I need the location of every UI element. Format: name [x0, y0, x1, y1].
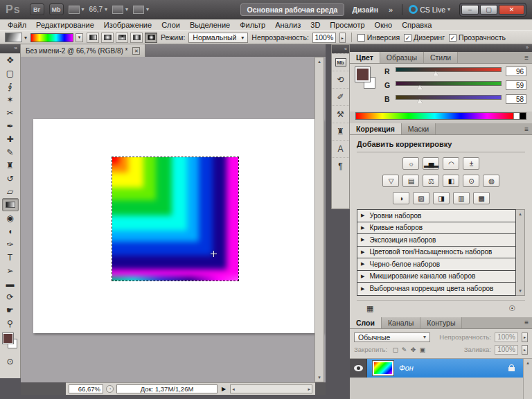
view-extras-button[interactable]: ▾	[69, 6, 85, 14]
dock-collapse-button[interactable]: «	[332, 45, 349, 53]
exposure-icon[interactable]: ±	[463, 157, 479, 170]
layer-row-background[interactable]: Фон	[350, 359, 523, 378]
menu-Справка[interactable]: Справка	[397, 21, 436, 29]
tab-Маски[interactable]: Маски	[402, 123, 436, 134]
tab-Образцы[interactable]: Образцы	[380, 52, 424, 63]
posterize-icon[interactable]: ▧	[413, 192, 429, 204]
rotate-3d-tool[interactable]: ⟳	[2, 290, 19, 303]
minimize-button[interactable]: –	[461, 5, 479, 15]
workspace-active-button[interactable]: Основная рабочая среда	[240, 3, 345, 16]
foreground-color-swatch[interactable]	[3, 333, 13, 344]
tools-collapse-button[interactable]: »	[0, 44, 20, 53]
menu-Просмотр[interactable]: Просмотр	[325, 21, 369, 29]
checkbox-icon[interactable]	[357, 34, 365, 42]
zoom-tool[interactable]: ⚲	[2, 317, 19, 330]
canvas-page[interactable]	[33, 119, 323, 333]
expanded-view-icon[interactable]: ▦	[366, 304, 373, 313]
bridge-button[interactable]: Br	[30, 3, 44, 15]
white-chip[interactable]	[513, 113, 520, 119]
scroll-up-icon[interactable]: ▴	[526, 360, 529, 366]
slider-r[interactable]	[396, 67, 502, 76]
brush-presets-icon[interactable]: ✐	[332, 88, 349, 105]
horizontal-scrollbar[interactable]: ◂ ▸	[230, 384, 312, 393]
slider-track[interactable]	[396, 95, 502, 100]
clip-visibility-icon[interactable]: ☉	[508, 304, 515, 313]
slider-value-input[interactable]: 58	[506, 94, 526, 104]
gradient-tool[interactable]	[2, 198, 19, 211]
scroll-left-icon[interactable]: ◂	[232, 387, 235, 392]
layer-blend-mode-select[interactable]: Обычные▾	[354, 332, 430, 342]
fill-spinner[interactable]: ▸	[522, 345, 528, 355]
tab-Каналы[interactable]: Каналы	[382, 317, 420, 328]
restore-button[interactable]: ▢	[480, 5, 497, 15]
angle-gradient-button[interactable]	[116, 33, 128, 43]
layer-opacity-input[interactable]: 100%	[495, 332, 518, 342]
shape-tool[interactable]: ▬	[2, 277, 19, 290]
scroll-up-icon[interactable]: ▴	[318, 59, 321, 64]
scroll-right-icon[interactable]: ▸	[308, 387, 310, 392]
eraser-tool[interactable]: ▱	[2, 185, 19, 198]
layer-thumbnail[interactable]	[373, 361, 393, 375]
scroll-up-icon[interactable]: ▴	[519, 211, 522, 217]
invert-icon[interactable]: ◑	[393, 192, 409, 204]
checkbox-Инверсия[interactable]: Инверсия	[357, 33, 400, 42]
clone-source-icon[interactable]: ♜	[332, 123, 349, 140]
workspace-more-button[interactable]: »	[386, 6, 396, 14]
lock-all-icon[interactable]: ▣	[418, 346, 427, 353]
paragraph-icon[interactable]: ¶	[332, 157, 349, 175]
cs-live-button[interactable]: CS Live▾	[409, 5, 450, 14]
tab-Коррекция[interactable]: Коррекция	[350, 123, 402, 134]
levels-icon[interactable]: ▂▅▂	[423, 157, 439, 170]
gradient-picker[interactable]: ▾	[30, 33, 83, 42]
selective-color-icon[interactable]: ▩	[473, 192, 490, 204]
reflected-gradient-button[interactable]	[130, 33, 143, 43]
lasso-tool[interactable]: ∮	[2, 80, 19, 93]
slider-track[interactable]	[396, 81, 502, 86]
tab-Слои[interactable]: Слои	[350, 317, 382, 328]
character-icon[interactable]: A	[332, 140, 349, 157]
slider-value-input[interactable]: 59	[506, 80, 526, 90]
crop-tool[interactable]: ✂	[2, 106, 19, 119]
document-tab[interactable]: Без имени-2 @ 66,7% (RGB/8) * ✕	[21, 44, 145, 57]
checkbox-icon[interactable]: ✓	[404, 34, 411, 42]
menu-Анализ[interactable]: Анализ	[270, 21, 305, 29]
preset-Экспозиция наборов[interactable]: ▶Экспозиция наборов	[357, 234, 515, 247]
curves-icon[interactable]: ◠	[443, 157, 459, 170]
radial-gradient-button[interactable]	[101, 33, 114, 43]
tool-preset-picker[interactable]: ▾	[5, 33, 27, 42]
tab-Цвет[interactable]: Цвет	[350, 52, 380, 63]
checkbox-Прозрачность[interactable]: ✓Прозрачность	[449, 33, 506, 42]
resize-grip[interactable]	[315, 382, 326, 395]
preset-Микширование каналов наборов[interactable]: ▶Микширование каналов наборов	[357, 271, 515, 283]
workspace-design-button[interactable]: Дизайн	[349, 6, 381, 14]
quick-mask-button[interactable]: ⊙	[2, 355, 19, 368]
menu-Выделение[interactable]: Выделение	[185, 21, 235, 29]
brightness-contrast-icon[interactable]: ☼	[402, 157, 419, 170]
preset-Черно-белое наборов[interactable]: ▶Черно-белое наборов	[357, 258, 515, 271]
slider-value-input[interactable]: 96	[506, 66, 526, 76]
color-balance-icon[interactable]: ⚖	[423, 175, 439, 187]
threshold-icon[interactable]: ◨	[433, 192, 450, 204]
hue-saturation-icon[interactable]: ▤	[402, 175, 419, 187]
opacity-spinner[interactable]: ▸	[339, 33, 346, 43]
history-brush-tool[interactable]: ↺	[2, 172, 19, 185]
clone-stamp-tool[interactable]: ♜	[2, 159, 19, 172]
brush-tool[interactable]: ✎	[2, 145, 19, 159]
healing-brush-tool[interactable]: ✚	[2, 132, 19, 145]
slider-g[interactable]	[396, 81, 502, 89]
channel-mixer-icon[interactable]: ◍	[483, 175, 499, 187]
scroll-down-icon[interactable]: ▾	[318, 375, 321, 380]
vibrance-icon[interactable]: ▽	[382, 175, 399, 187]
tool-presets-icon[interactable]: ⚒	[332, 105, 349, 123]
mini-bridge-icon[interactable]: Mb	[332, 53, 349, 71]
lock-position-icon[interactable]: ✥	[409, 346, 418, 353]
status-flyout-button[interactable]: ▶	[220, 386, 227, 392]
opacity-spinner[interactable]: ▸	[522, 332, 528, 342]
menu-3D[interactable]: 3D	[305, 21, 325, 29]
panels-collapse-button[interactable]: »	[350, 44, 532, 52]
hand-tool[interactable]: ☛	[2, 303, 19, 317]
slider-b[interactable]	[396, 95, 502, 103]
tab-Контуры[interactable]: Контуры	[420, 317, 462, 328]
dodge-tool[interactable]: ◖	[2, 224, 19, 238]
path-selection-tool[interactable]: ➢	[2, 264, 19, 277]
